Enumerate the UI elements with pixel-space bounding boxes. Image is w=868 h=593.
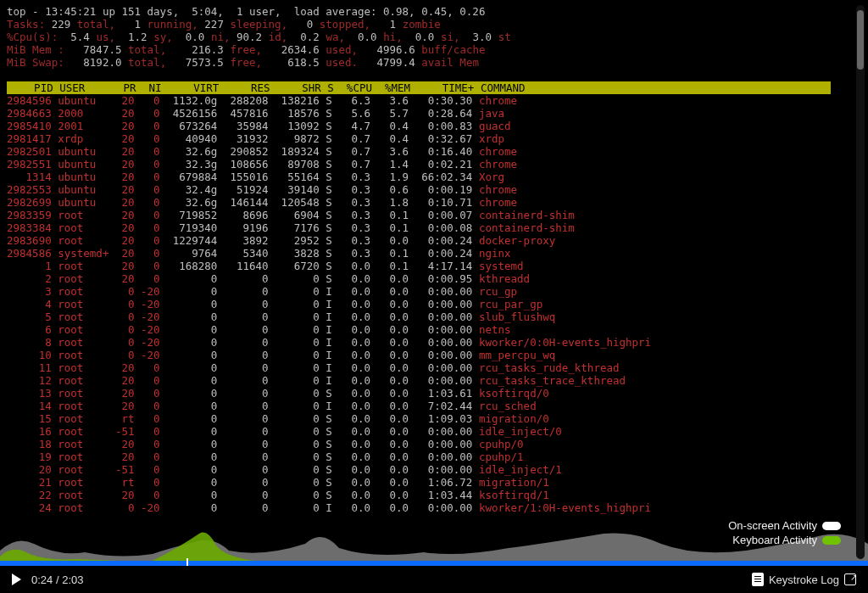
process-row: 20 root -51 0 0 0 0 S 0.0 0.0 0:00.00 id… [7, 463, 851, 476]
legend-screen-swatch [822, 522, 841, 530]
process-row: 22 root 20 0 0 0 0 S 0.0 0.0 1:03.44 kso… [7, 489, 851, 501]
terminal-output: top - 13:45:21 up 151 days, 5:04, 1 user… [7, 5, 851, 514]
process-row: 2983359 root 20 0 719852 8696 6904 S 0.3… [7, 209, 851, 221]
tasks-line: Tasks: 229 total, 1 running, 227 sleepin… [7, 18, 851, 31]
swap-line: MiB Swap: 8192.0 total, 7573.5 free, 618… [7, 56, 851, 69]
process-row: 14 root 20 0 0 0 0 I 0.0 0.0 7:02.44 rcu… [7, 400, 851, 412]
process-row: 2984586 systemd+ 20 0 9764 5340 3828 S 0… [7, 247, 851, 260]
process-row: 2983384 root 20 0 719340 9196 7176 S 0.3… [7, 221, 851, 234]
legend-keyboard-label: Keyboard Activity [732, 534, 817, 546]
legend-keyboard-swatch [822, 536, 841, 545]
scrollbar-thumb[interactable] [857, 10, 864, 70]
legend-screen-label: On-screen Activity [728, 519, 817, 532]
process-row: 2982699 ubuntu 20 0 32.6g 146144 120548 … [7, 196, 851, 209]
process-row: 21 root rt 0 0 0 0 S 0.0 0.0 1:06.72 mig… [7, 476, 851, 489]
process-row: 15 root rt 0 0 0 0 S 0.0 0.0 1:09.03 mig… [7, 412, 851, 425]
keystroke-log-button[interactable]: Keystroke Log [752, 573, 856, 586]
process-table-header: PID USER PR NI VIRT RES SHR S %CPU %MEM … [7, 81, 831, 94]
process-row: 18 root 20 0 0 0 0 S 0.0 0.0 0:00.00 cpu… [7, 438, 851, 450]
process-row: 16 root -51 0 0 0 0 S 0.0 0.0 0:00.00 id… [7, 425, 851, 438]
process-row: 4 root 0 -20 0 0 0 I 0.0 0.0 0:00.00 rcu… [7, 298, 851, 310]
cpu-line: %Cpu(s): 5.4 us, 1.2 sy, 0.0 ni, 90.2 id… [7, 31, 851, 43]
process-row: 2984663 2000 20 0 4526156 457816 18576 S… [7, 107, 851, 120]
process-row: 2985410 2001 20 0 673264 35984 13092 S 4… [7, 120, 851, 132]
process-row: 19 root 20 0 0 0 0 S 0.0 0.0 0:00.00 cpu… [7, 450, 851, 463]
process-row: 5 root 0 -20 0 0 0 I 0.0 0.0 0:00.00 slu… [7, 310, 851, 323]
process-row: 1 root 20 0 168280 11640 6720 S 0.0 0.1 … [7, 260, 851, 272]
process-row: 2982551 ubuntu 20 0 32.3g 108656 89708 S… [7, 158, 851, 171]
playback-time: 0:24 / 2:03 [31, 573, 83, 586]
process-row: 1314 ubuntu 20 0 679884 155016 55164 S 0… [7, 171, 851, 183]
process-row: 2984596 ubuntu 20 0 1132.0g 288208 13821… [7, 94, 851, 107]
process-table-body: 2984596 ubuntu 20 0 1132.0g 288208 13821… [7, 94, 851, 514]
activity-legend: On-screen Activity Keyboard Activity [728, 517, 841, 546]
vertical-scrollbar[interactable] [856, 5, 865, 559]
process-row: 2982501 ubuntu 20 0 32.6g 290852 189324 … [7, 145, 851, 158]
process-row: 2981417 xrdp 20 0 40940 31932 9872 S 0.7… [7, 132, 851, 145]
playback-controls: 0:24 / 2:03 Keystroke Log [0, 566, 868, 593]
process-row: 6 root 0 -20 0 0 0 I 0.0 0.0 0:00.00 net… [7, 323, 851, 336]
process-row: 10 root 0 -20 0 0 0 I 0.0 0.0 0:00.00 mm… [7, 349, 851, 361]
process-row: 2983690 root 20 0 1229744 3892 2952 S 0.… [7, 234, 851, 247]
process-row: 3 root 0 -20 0 0 0 I 0.0 0.0 0:00.00 rcu… [7, 285, 851, 298]
mem-line: MiB Mem : 7847.5 total, 216.3 free, 2634… [7, 43, 851, 56]
process-row: 13 root 20 0 0 0 0 S 0.0 0.0 1:03.61 kso… [7, 387, 851, 400]
process-row: 2 root 20 0 0 0 0 S 0.0 0.0 0:00.95 kthr… [7, 272, 851, 285]
play-button[interactable] [12, 573, 21, 585]
process-row: 8 root 0 -20 0 0 0 I 0.0 0.0 0:00.00 kwo… [7, 336, 851, 349]
top-summary-line: top - 13:45:21 up 151 days, 5:04, 1 user… [7, 5, 851, 18]
document-icon [752, 573, 764, 586]
process-row: 11 root 20 0 0 0 0 I 0.0 0.0 0:00.00 rcu… [7, 361, 851, 374]
process-row: 2982553 ubuntu 20 0 32.4g 51924 39140 S … [7, 183, 851, 196]
process-row: 12 root 20 0 0 0 0 I 0.0 0.0 0:00.00 rcu… [7, 374, 851, 387]
popout-icon [844, 573, 856, 585]
